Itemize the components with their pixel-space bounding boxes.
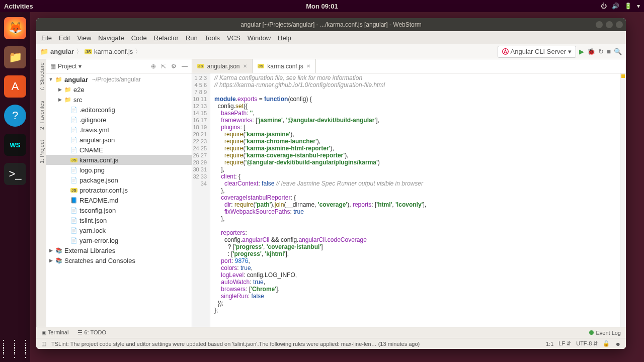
minimize-button[interactable] [596, 21, 603, 28]
editor: JSangular.json✕JSkarma.conf.js✕ 1 2 3 4 … [192, 59, 626, 327]
editor-tabs: JSangular.json✕JSkarma.conf.js✕ [192, 59, 626, 73]
launcher-help[interactable]: ? [4, 105, 26, 127]
battery-icon[interactable]: 🔋 [624, 3, 632, 10]
bottom-tool-strip: ▣ Terminal ☰ 6: TODO Event Log [36, 327, 626, 338]
angular-icon: Ⓐ [502, 47, 509, 56]
chevron-down-icon[interactable]: ▾ [78, 63, 82, 70]
menu-window[interactable]: Window [248, 34, 271, 42]
launcher-files[interactable]: 📁 [4, 46, 26, 68]
editor-tab[interactable]: JSkarma.conf.js✕ [253, 59, 316, 73]
project-tree[interactable]: ▼📁angular~/Projects/angular▶📁e2e▶📁src📄.e… [46, 73, 192, 327]
launcher-terminal[interactable]: >_ [4, 163, 26, 185]
status-message: TSLint: The project code style and edito… [51, 341, 420, 347]
run-button[interactable]: ▶ [579, 48, 584, 55]
run-config-label: Angular CLI Server [511, 48, 567, 55]
tree-node[interactable]: 📄.editorconfig [46, 105, 192, 115]
left-tool-strip[interactable]: 1: Project2: Favorites7: Structure [36, 59, 46, 327]
warning-marker[interactable] [621, 74, 625, 78]
project-header: ▦ Project ▾ ⊕ ⇱ ⚙ — [46, 59, 192, 73]
side-tool[interactable]: 7: Structure [39, 62, 45, 91]
tool-window-toggle-icon[interactable]: ◫ [41, 340, 46, 347]
menu-refactor[interactable]: Refactor [154, 34, 179, 42]
locate-icon[interactable]: ⊕ [151, 63, 156, 70]
tree-node[interactable]: 📄yarn-error.log [46, 235, 192, 245]
editor-tab[interactable]: JSangular.json✕ [192, 59, 253, 73]
volume-icon[interactable]: 🔊 [612, 3, 619, 10]
readonly-icon[interactable]: 🔓 [603, 340, 610, 347]
tree-node[interactable]: 📄yarn.lock [46, 225, 192, 235]
clock[interactable]: Mon 09:01 [306, 3, 338, 10]
debug-button[interactable]: 🐞 [587, 48, 595, 55]
code-area[interactable]: // Karma configuration file, see link fo… [210, 73, 620, 327]
system-tray[interactable]: ⏻ 🔊 🔋 ▾ [601, 3, 640, 10]
run-config-selector[interactable]: Ⓐ Angular CLI Server ▾ [498, 46, 577, 58]
menu-file[interactable]: File [41, 34, 52, 42]
launcher-webstorm[interactable]: WS [4, 134, 26, 156]
close-tab-icon[interactable]: ✕ [306, 63, 310, 69]
inspections-icon[interactable]: ☻ [615, 341, 621, 347]
gear-icon[interactable]: ⚙ [171, 63, 177, 70]
activities-button[interactable]: Activities [4, 3, 33, 10]
menu-help[interactable]: Help [278, 34, 291, 42]
tree-node[interactable]: 📄.travis.yml [46, 125, 192, 135]
tree-node[interactable]: JSkarma.conf.js [46, 155, 192, 165]
collapse-icon[interactable]: ⇱ [161, 63, 166, 70]
tree-node[interactable]: 📄angular.json [46, 135, 192, 145]
menubar: FileEditViewNavigateCodeRefactorRunTools… [36, 31, 626, 44]
maximize-button[interactable] [606, 21, 613, 28]
project-title[interactable]: Project [58, 63, 76, 70]
menu-edit[interactable]: Edit [59, 34, 70, 42]
terminal-tool[interactable]: ▣ Terminal [41, 329, 68, 336]
tree-node[interactable]: 📄tslint.json [46, 215, 192, 225]
side-tool[interactable]: 1: Project [39, 140, 45, 163]
launcher-software[interactable]: A [4, 75, 26, 98]
chevron-down-icon: ▾ [568, 48, 572, 55]
tree-node[interactable]: ▼📁angular~/Projects/angular [46, 74, 192, 84]
window-title: angular [~/Projects/angular] - .../karma… [240, 21, 422, 28]
menu-navigate[interactable]: Navigate [98, 34, 124, 42]
folder-icon: 📁 [40, 48, 48, 55]
search-icon[interactable]: 🔍 [614, 48, 622, 55]
menu-run[interactable]: Run [186, 34, 198, 42]
line-ending[interactable]: LF ⇵ [558, 340, 571, 347]
side-tool[interactable]: 2: Favorites [39, 101, 45, 130]
tree-node[interactable]: ▶📚External Libraries [46, 245, 192, 255]
menu-view[interactable]: View [77, 34, 91, 42]
launcher-firefox[interactable]: 🦊 [4, 17, 26, 39]
hide-icon[interactable]: — [182, 63, 188, 70]
caret-position[interactable]: 1:1 [546, 341, 553, 347]
tree-node[interactable]: 📄package.json [46, 175, 192, 185]
breadcrumb-file[interactable]: karma.conf.js [94, 48, 133, 55]
tree-node[interactable]: 📄.gitignore [46, 115, 192, 125]
menu-code[interactable]: Code [131, 34, 147, 42]
stop-button[interactable]: ■ [607, 48, 611, 55]
show-applications-icon[interactable]: ⋮⋮⋮⋮⋮⋮⋮⋮⋮ [0, 341, 32, 356]
encoding[interactable]: UTF-8 ⇵ [576, 340, 598, 347]
tree-node[interactable]: 📄tsconfig.json [46, 205, 192, 215]
menu-vcs[interactable]: VCS [227, 34, 240, 42]
tree-node[interactable]: ▶📁e2e [46, 84, 192, 95]
coverage-button[interactable]: ↻ [598, 48, 604, 55]
breadcrumb-root[interactable]: angular [50, 48, 74, 55]
menu-tools[interactable]: Tools [205, 34, 220, 42]
project-tool-window: ▦ Project ▾ ⊕ ⇱ ⚙ — ▼📁angular~/Projects/… [46, 59, 192, 327]
breadcrumb[interactable]: 📁 angular 〉 JS karma.conf.js 〉 [40, 47, 141, 56]
tree-node[interactable]: ▶📚Scratches and Consoles [46, 255, 192, 265]
close-button[interactable] [616, 21, 623, 28]
tree-node[interactable]: 📄CNAME [46, 145, 192, 155]
toolbar: 📁 angular 〉 JS karma.conf.js 〉 Ⓐ Angular… [36, 44, 626, 59]
tree-node[interactable]: 📄logo.png [46, 165, 192, 175]
marker-strip[interactable] [620, 73, 626, 327]
line-gutter[interactable]: 1 2 3 4 5 6 7 8 9 10 11 12 13 14 15 16 1… [192, 73, 210, 327]
statusbar: ◫ TSLint: The project code style and edi… [36, 338, 626, 349]
js-icon: JS [85, 49, 92, 54]
event-log-tool[interactable]: Event Log [596, 330, 621, 336]
tree-node[interactable]: 📘README.md [46, 195, 192, 205]
window-titlebar[interactable]: angular [~/Projects/angular] - .../karma… [36, 18, 626, 31]
chevron-down-icon[interactable]: ▾ [637, 3, 640, 10]
todo-tool[interactable]: ☰ 6: TODO [77, 329, 106, 336]
tree-node[interactable]: ▶📁src [46, 95, 192, 105]
network-icon[interactable]: ⏻ [601, 3, 607, 10]
tree-node[interactable]: JSprotractor.conf.js [46, 185, 192, 195]
close-tab-icon[interactable]: ✕ [243, 63, 247, 69]
